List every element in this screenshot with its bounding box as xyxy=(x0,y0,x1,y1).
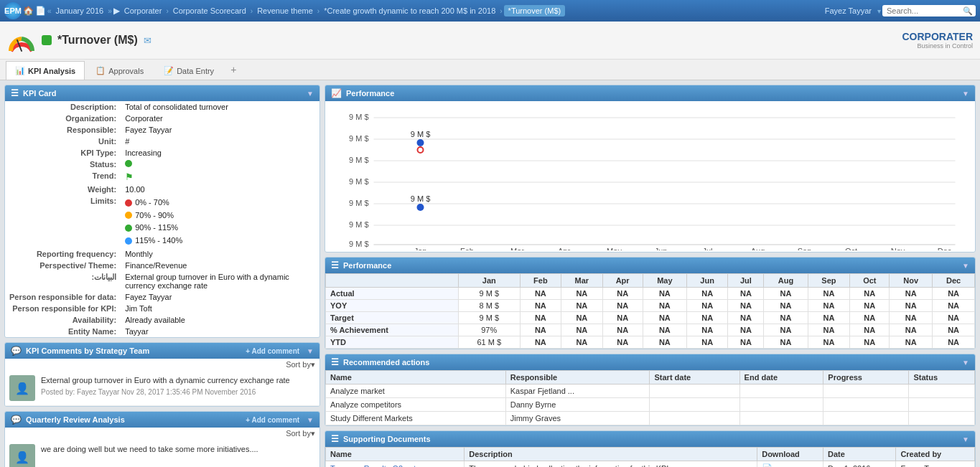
kpi-weight-row: Weight: 10.00 xyxy=(5,184,319,195)
unit-value: # xyxy=(121,136,319,147)
rec-row-0: Analyze market Kaspar Fjetland ... xyxy=(326,385,975,398)
sort-dropdown-icon[interactable]: ▾ xyxy=(311,360,315,369)
doc-download-0[interactable]: 📄 xyxy=(757,461,823,468)
comments-collapse[interactable]: ▼ xyxy=(307,347,314,355)
perf-col-oct: Oct xyxy=(850,274,890,288)
perspective-label: Perspective/ Theme: xyxy=(5,260,121,271)
dot-red xyxy=(125,199,132,207)
rec-header-row: Name Responsible Start date End date Pro… xyxy=(326,371,975,385)
docs-header: ☰ Supporting Documents ▼ xyxy=(325,431,975,447)
quarterly-collapse[interactable]: ▼ xyxy=(307,416,314,424)
docs-title: Supporting Documents xyxy=(343,435,431,443)
rec-status-2 xyxy=(909,412,975,425)
kpi-org-row: Organization: Corporater xyxy=(5,113,319,124)
yoy-jan: 8 M $ xyxy=(458,300,520,312)
right-column: 📈 Performance ▼ 9 M $ 9 M $ 9 M $ 9 M $ … xyxy=(325,85,976,467)
perf-col-may: May xyxy=(643,274,686,288)
tab-approvals[interactable]: 📋 Approvals xyxy=(86,61,153,80)
add-quarterly-comment-button[interactable]: + Add comment xyxy=(246,416,299,424)
nav-period[interactable]: January 2016 xyxy=(53,5,107,16)
svg-text:Feb: Feb xyxy=(460,247,474,250)
home-icon[interactable]: 🏠 xyxy=(23,6,34,16)
rec-status-1 xyxy=(909,398,975,412)
kpi-comments-title: KPI Comments by Strategy Team xyxy=(26,346,149,355)
perf-table-header: ☰ Performance ▼ xyxy=(325,258,975,273)
perf-table-title: Performance xyxy=(343,261,391,270)
actual-apr: NA xyxy=(602,288,643,300)
description-label: Description: xyxy=(5,101,121,113)
tab-data-entry[interactable]: 📝 Data Entry xyxy=(154,61,223,80)
kpi-person-data-row: Person responsible for data: Fayez Tayya… xyxy=(5,291,319,303)
achievement-row-label: % Achievement xyxy=(326,324,459,336)
actual-jul: NA xyxy=(728,288,764,300)
svg-text:9 M $: 9 M $ xyxy=(349,199,369,207)
doc-name-0[interactable]: Turnover Results Q2.pptx xyxy=(326,461,465,468)
trend-label: Trend: xyxy=(5,170,121,184)
tab-kpi-analysis[interactable]: 📊 KPI Analysis xyxy=(6,61,85,80)
nav-revenue-theme[interactable]: Revenue theme xyxy=(254,5,316,16)
responsible-label: Responsible: xyxy=(5,124,121,136)
rec-collapse[interactable]: ▼ xyxy=(962,359,969,367)
kpi-card-collapse[interactable]: ▼ xyxy=(307,90,314,98)
doc-created-0: Fayez Tayyar xyxy=(896,461,975,468)
rec-row-2: Study Different Markets Jimmy Graves xyxy=(326,412,975,425)
kpi-entity-row: Entity Name: Tayyar xyxy=(5,326,319,337)
target-row-label: Target xyxy=(326,312,459,324)
rec-col-end: End date xyxy=(739,371,823,385)
nav-logo[interactable]: EPM xyxy=(4,2,22,19)
perf-col-feb: Feb xyxy=(520,274,561,288)
search-input[interactable] xyxy=(882,5,976,16)
nav-corporater[interactable]: Corporater xyxy=(121,5,165,16)
tabs-bar: 📊 KPI Analysis 📋 Approvals 📝 Data Entry … xyxy=(0,60,980,80)
chart-collapse[interactable]: ▼ xyxy=(962,90,969,98)
svg-text:9 M $: 9 M $ xyxy=(349,220,369,229)
nav-user[interactable]: Fayez Tayyar xyxy=(825,6,872,15)
email-icon[interactable]: ✉ xyxy=(144,35,151,46)
rec-name-0: Analyze market xyxy=(326,385,506,398)
perf-row-achievement: % Achievement 97% NA NA NA NA NA NA NA N… xyxy=(326,324,975,336)
svg-text:Sep: Sep xyxy=(798,247,812,250)
nav-corporate-scorecard[interactable]: Corporate Scorecard xyxy=(170,5,249,16)
unit-label: Unit: xyxy=(5,136,121,147)
dot-blue xyxy=(125,237,132,245)
limits-block: 0% - 70% 70% - 90% 90% - 115% 115% - 140… xyxy=(125,197,315,247)
nav-create-growth[interactable]: *Create growth dynamic to reach 200 M$ i… xyxy=(321,5,498,16)
quarterly-sort-bar: Sort by ▾ xyxy=(5,428,319,440)
data-entry-icon: 📝 xyxy=(164,66,174,75)
svg-text:9 M $: 9 M $ xyxy=(349,177,369,186)
limits-label: Limits: xyxy=(5,195,121,248)
docs-icon[interactable]: 📄 xyxy=(35,6,46,16)
nav-flag-icon[interactable]: ▶ xyxy=(113,6,120,16)
pdf-icon-0[interactable]: 📄 xyxy=(762,463,773,467)
rec-end-2 xyxy=(739,412,823,425)
docs-collapse[interactable]: ▼ xyxy=(962,435,969,443)
kpi-comments-panel: 💬 KPI Comments by Strategy Team + Add co… xyxy=(4,342,320,407)
perf-table-collapse[interactable]: ▼ xyxy=(962,262,969,270)
gauge-svg xyxy=(7,26,36,55)
docs-col-name: Name xyxy=(326,448,465,461)
actual-dot2 xyxy=(417,204,424,211)
corp-logo-sub: Business in Control xyxy=(902,42,973,49)
quarterly-sort-icon[interactable]: ▾ xyxy=(311,429,315,438)
availability-label: Availability: xyxy=(5,314,121,326)
availability-value: Already available xyxy=(121,314,319,326)
doc-desc-0: The process behind collecting the inform… xyxy=(465,461,757,468)
person-data-label: Person responsible for data: xyxy=(5,291,121,303)
svg-text:Jan: Jan xyxy=(414,247,427,250)
kpi-analysis-icon: 📊 xyxy=(15,66,25,75)
perf-row-yoy: YOY 8 M $ NA NA NA NA NA NA NA NA NA NA … xyxy=(326,300,975,312)
search-icon[interactable]: 🔍 xyxy=(963,6,973,16)
kpi-type-value: Increasing xyxy=(121,147,319,159)
rec-resp-2: Jimmy Graves xyxy=(505,412,650,425)
add-tab-button[interactable]: + xyxy=(225,61,242,78)
kpi-type-label: KPI Type: xyxy=(5,147,121,159)
kpi-availability-row: Availability: Already available xyxy=(5,314,319,326)
add-comment-button[interactable]: + Add comment xyxy=(246,347,299,355)
perf-col-jun: Jun xyxy=(686,274,727,288)
quarterly-comment-text: we are doing well but we need to take so… xyxy=(41,444,258,455)
nav-turnover-active: *Turnover (M$) xyxy=(504,5,566,16)
actual-sep: NA xyxy=(808,288,850,300)
svg-text:9 M $: 9 M $ xyxy=(349,240,369,248)
search-wrapper: 🔍 xyxy=(882,5,976,16)
rec-start-0 xyxy=(650,385,739,398)
